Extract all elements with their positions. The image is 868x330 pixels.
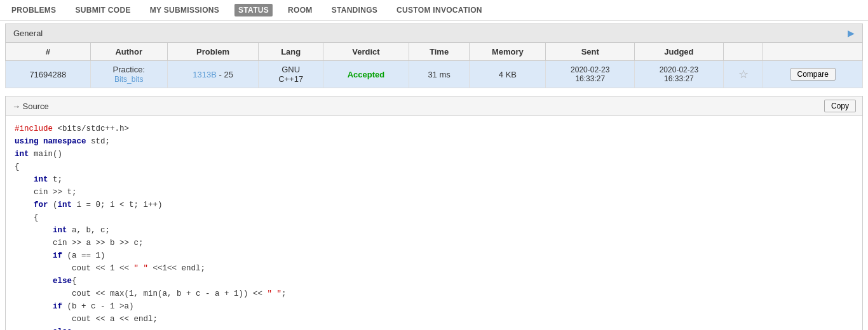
col-judged: Judged [635,43,724,61]
col-lang: Lang [259,43,323,61]
source-section: → Source Copy #include <bits/stdc++.h> u… [5,96,863,330]
col-id: # [6,43,91,61]
code-line-4: { [15,161,853,173]
code-line-7: for (int i = 0; i < t; i++) [15,199,853,211]
cell-judged: 2020-02-23 16:33:27 [635,61,724,88]
code-line-15: if (b + c - 1 >a) [15,300,853,313]
code-line-1: #include <bits/stdc++.h> [15,122,853,135]
cell-author: Practice: Bits_bits [90,61,167,88]
submissions-table: # Author Problem Lang Verdict Time Memor… [5,43,863,88]
top-navigation: PROBLEMS SUBMIT CODE MY SUBMISSIONS STAT… [0,0,868,21]
code-line-8: { [15,211,853,224]
nav-room[interactable]: ROOM [284,4,316,16]
compare-button[interactable]: Compare [790,68,836,81]
code-line-17: else [15,326,853,330]
code-line-9: int a, b, c; [15,224,853,237]
cell-verdict: Accepted [323,61,409,88]
nav-status[interactable]: STATUS [234,4,273,16]
cell-problem: 1313B - 25 [167,61,258,88]
general-section-header: General ▶ [5,23,863,43]
copy-button[interactable]: Copy [824,100,856,112]
col-sent: Sent [546,43,635,61]
cell-star[interactable]: ☆ [723,61,763,88]
nav-problems[interactable]: PROBLEMS [8,4,60,16]
table-row: 71694288 Practice: Bits_bits 1313B - 25 … [6,61,863,88]
cell-memory: 4 KB [470,61,546,88]
nav-custom-invocation[interactable]: CUSTOM INVOCATION [393,4,486,16]
star-icon[interactable]: ☆ [738,68,749,81]
source-header: → Source Copy [6,96,862,116]
cell-lang: GNU C++17 [259,61,323,88]
general-title: General [13,29,43,38]
table-header-row: # Author Problem Lang Verdict Time Memor… [6,43,863,61]
author-label: Practice: [112,65,145,74]
col-compare-header [763,43,863,61]
code-line-3: int main() [15,148,853,161]
col-author: Author [90,43,167,61]
cell-compare[interactable]: Compare [763,61,863,88]
col-verdict: Verdict [323,43,409,61]
code-line-16: cout << a << endl; [15,313,853,326]
col-time: Time [409,43,470,61]
code-line-5: int t; [15,173,853,186]
problem-link[interactable]: 1313B [193,70,217,79]
nav-my-submissions[interactable]: MY SUBMISSIONS [146,4,223,16]
cell-id: 71694288 [6,61,91,88]
cell-sent: 2020-02-23 16:33:27 [546,61,635,88]
code-line-10: cin >> a >> b >> c; [15,237,853,249]
code-line-6: cin >> t; [15,186,853,199]
code-line-12: cout << 1 << " " <<1<< endl; [15,262,853,275]
source-title: → Source [12,102,49,111]
lang-line2: C++17 [278,74,303,84]
problem-suffix: - 25 [217,70,233,79]
code-line-2: using namespace std; [15,135,853,148]
general-arrow-icon: ▶ [848,28,855,38]
col-star-header [723,43,763,61]
col-problem: Problem [167,43,258,61]
nav-standings[interactable]: STANDINGS [328,4,381,16]
author-name[interactable]: Bits_bits [114,75,143,84]
code-line-14: cout << max(1, min(a, b + c - a + 1)) <<… [15,287,853,300]
code-block: #include <bits/stdc++.h> using namespace… [6,116,862,330]
nav-submit-code[interactable]: SUBMIT CODE [71,4,134,16]
cell-time: 31 ms [409,61,470,88]
code-line-13: else{ [15,275,853,287]
lang-line1: GNU [281,65,300,74]
code-line-11: if (a == 1) [15,249,853,262]
col-memory: Memory [470,43,546,61]
